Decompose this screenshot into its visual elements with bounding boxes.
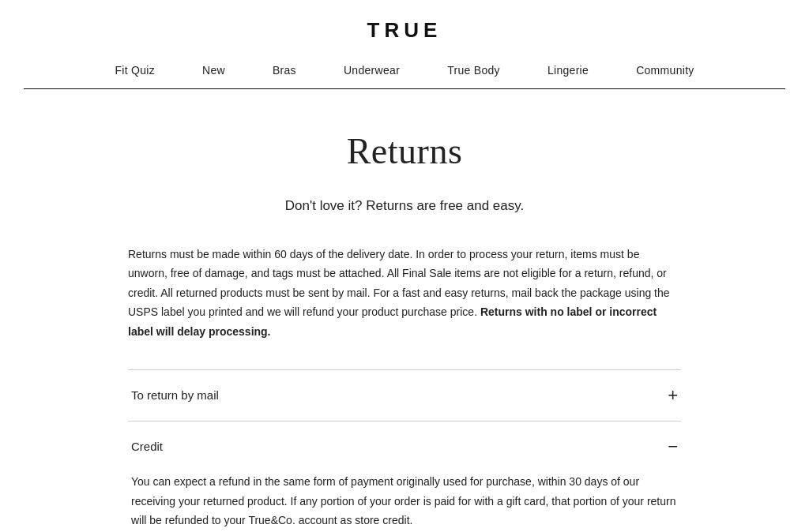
page-description: Returns must be made within 60 days of t…: [128, 245, 681, 342]
nav-item-new[interactable]: New: [202, 62, 225, 79]
nav-item-fit-quiz[interactable]: Fit Quiz: [115, 62, 155, 79]
accordion-header-credit[interactable]: Credit−: [128, 421, 681, 472]
accordion-label-by-mail: To return by mail: [131, 386, 219, 405]
site-logo: TRUE: [0, 14, 809, 47]
nav-divider: [24, 88, 785, 89]
accordion-icon-credit: −: [668, 438, 678, 455]
accordion-item-by-mail: To return by mail+: [128, 369, 681, 421]
accordion: To return by mail+Credit−You can expect …: [128, 369, 681, 532]
nav-item-true-body[interactable]: True Body: [447, 62, 500, 79]
nav-item-community[interactable]: Community: [636, 62, 694, 79]
main-nav: Fit QuizNewBrasUnderwearTrue BodyLingeri…: [0, 51, 809, 88]
accordion-content-credit: You can expect a refund in the same form…: [128, 472, 681, 532]
accordion-label-credit: Credit: [131, 437, 163, 456]
nav-item-bras[interactable]: Bras: [273, 62, 296, 79]
main-content: Returns Don't love it? Returns are free …: [96, 122, 713, 532]
page-subtitle: Don't love it? Returns are free and easy…: [128, 195, 681, 216]
accordion-item-credit: Credit−You can expect a refund in the sa…: [128, 421, 681, 532]
accordion-icon-by-mail: +: [668, 387, 678, 404]
nav-item-underwear[interactable]: Underwear: [344, 62, 400, 79]
nav-item-lingerie[interactable]: Lingerie: [547, 62, 589, 79]
page-title: Returns: [128, 122, 681, 181]
accordion-header-by-mail[interactable]: To return by mail+: [128, 370, 681, 421]
